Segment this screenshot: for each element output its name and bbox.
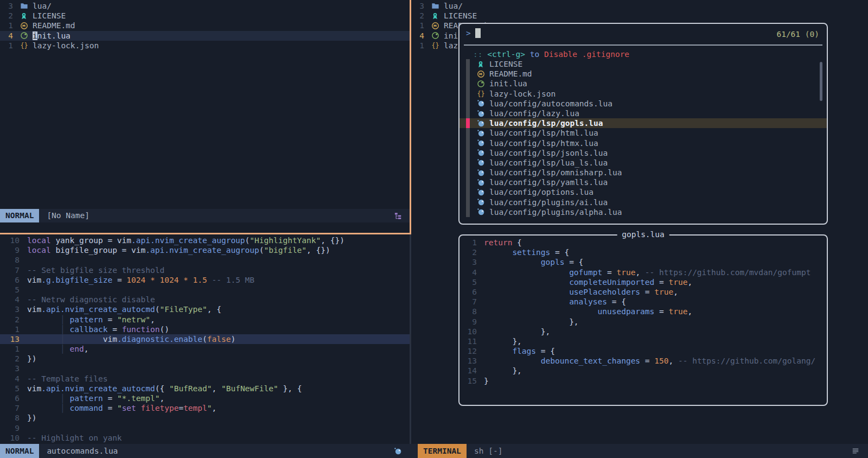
code-line: 2}) <box>0 354 410 364</box>
file-path: lua/config/lazy.lua <box>489 109 579 118</box>
license-file-icon <box>431 12 440 20</box>
fzf-result-item[interactable]: lua/config/lsp/omnisharp.lua <box>459 168 827 177</box>
fzf-gutter <box>466 207 470 217</box>
line-number: 9 <box>3 423 20 433</box>
line-number: 4 <box>465 268 477 277</box>
line-number: 8 <box>465 307 477 316</box>
luainit-file-icon <box>20 31 29 40</box>
fzf-result-item[interactable]: {}lazy-lock.json <box>459 89 827 99</box>
selection-pointer <box>466 118 470 128</box>
fzf-result-item[interactable]: lua/config/lazy.lua <box>459 109 827 118</box>
preview-code-line: 3 gopls = { <box>459 257 827 267</box>
line-number: 13 <box>3 334 20 344</box>
file-path: lua/config/lsp/jsonls.lua <box>489 148 608 158</box>
fzf-gutter <box>466 59 470 69</box>
line-number: 11 <box>465 336 477 346</box>
preview-float: gopls.lua 1return {2 settings = {3 gopls… <box>458 234 828 406</box>
code-line: 6 │ pattern = "*.templ", <box>0 393 410 403</box>
code-line: 10local yank_group = vim.api.nvim_create… <box>0 236 410 245</box>
license-file-icon <box>20 12 29 20</box>
buffer-name: [No Name] <box>47 211 90 220</box>
fzf-gutter <box>466 187 470 197</box>
line-number: 7 <box>3 403 20 413</box>
fzf-gutter <box>466 128 470 138</box>
line-number: 3 <box>3 304 20 314</box>
fzf-gutter <box>466 148 470 158</box>
line-number: 5 <box>3 384 20 393</box>
line-number: 2 <box>3 11 13 21</box>
line-number: 7 <box>465 297 477 307</box>
fzf-result-item[interactable]: lua/config/lsp/html.lua <box>459 128 827 138</box>
fzf-result-item[interactable]: lua/config/lsp/lua_ls.lua <box>459 158 827 168</box>
fzf-gutter <box>466 198 470 207</box>
line-number: 6 <box>3 275 20 285</box>
prompt-char: > <box>466 28 471 38</box>
lua-file-icon <box>477 169 486 177</box>
fzf-gutter <box>466 89 470 99</box>
line-number: 13 <box>465 356 477 366</box>
statusline-top-left: NORMAL [No Name] <box>0 209 411 222</box>
svg-text:{}: {} <box>431 42 439 49</box>
folder-file-icon <box>20 2 29 10</box>
lua-filetype-icon <box>394 447 402 455</box>
luainit-file-icon <box>477 80 486 88</box>
fzf-result-item[interactable]: lua/config/lsp/gopls.lua <box>459 118 827 128</box>
file-tree-item[interactable]: 2LICENSE <box>411 11 868 21</box>
line-number: 4 <box>3 31 13 41</box>
preview-code-line: 7 analyses = { <box>459 297 827 307</box>
fzf-gutter <box>466 69 470 79</box>
file-tree-item[interactable]: 1README.md <box>0 21 411 30</box>
file-path: init.lua <box>489 79 527 88</box>
fzf-result-item[interactable]: lua/config/autocomands.lua <box>459 99 827 109</box>
fzf-result-item[interactable]: lua/config/plugins/alpha.lua <box>459 207 827 217</box>
fzf-gutter <box>466 79 470 88</box>
preview-code-line: 4 gofumpt = true, -- https://github.com/… <box>459 268 827 277</box>
terminal-mode-indicator: TERMINAL <box>418 444 467 458</box>
file-tree-item[interactable]: 3lua/ <box>0 1 411 11</box>
fzf-result-item[interactable]: lua/config/lsp/htmx.lua <box>459 138 827 148</box>
fzf-result-item[interactable]: README.md <box>459 69 827 79</box>
fzf-result-item[interactable]: lua/config/lsp/jsonls.lua <box>459 148 827 158</box>
line-number: 1 <box>414 41 424 50</box>
file-tree-item[interactable]: 3lua/ <box>411 1 868 11</box>
line-number: 12 <box>465 346 477 356</box>
fzf-keybind-hint: :: <ctrl-g> to Disable .gitignore <box>473 49 629 59</box>
fzf-picker-float: > 61/61 (0) :: <ctrl-g> to Disable .giti… <box>458 23 828 225</box>
preview-code: 1return {2 settings = {3 gopls = {4 gofu… <box>459 238 827 386</box>
file-name: LICENSE <box>33 11 66 21</box>
fzf-result-item[interactable]: lua/config/options.lua <box>459 187 827 197</box>
line-number: 3 <box>3 1 13 11</box>
mode-indicator: NORMAL <box>0 209 39 222</box>
line-number: 1 <box>3 41 13 50</box>
list-lines-icon <box>852 447 859 455</box>
fzf-result-item[interactable]: lua/config/plugins/ai.lua <box>459 198 827 207</box>
file-tree-item[interactable]: 1{}lazy-lock.json <box>0 41 411 50</box>
file-path: lua/config/lsp/html.lua <box>489 128 598 138</box>
line-number: 4 <box>3 374 20 384</box>
fzf-result-item[interactable]: init.lua <box>459 79 827 88</box>
line-number: 1 <box>465 238 477 247</box>
fzf-scrollbar[interactable] <box>820 62 822 101</box>
fzf-result-item[interactable]: lua/config/lsp/yamlls.lua <box>459 177 827 187</box>
line-number: 4 <box>414 31 424 41</box>
code-line: 3vim.api.nvim_create_autocmd("FileType",… <box>0 304 410 314</box>
fzf-prompt[interactable]: > <box>466 28 481 38</box>
buffer-name: autocomands.lua <box>47 446 118 456</box>
fzf-gutter <box>466 177 470 187</box>
readme-file-icon <box>431 22 440 30</box>
lua-file-icon <box>477 149 486 157</box>
line-number: 9 <box>465 317 477 327</box>
fzf-gutter <box>466 99 470 109</box>
file-tree-item[interactable]: 2LICENSE <box>0 11 411 21</box>
svg-text:{}: {} <box>20 42 28 49</box>
line-number: 9 <box>3 245 20 255</box>
code-line: 5vim.api.nvim_create_autocmd({ "BufRead"… <box>0 384 410 393</box>
line-number: 1 <box>3 325 20 334</box>
line-number: 3 <box>414 1 424 11</box>
fzf-match-counter: 61/61 (0) <box>776 29 819 39</box>
file-name: README.md <box>33 21 75 30</box>
fzf-result-item[interactable]: LICENSE <box>459 59 827 69</box>
file-path: lua/config/plugins/alpha.lua <box>489 207 622 217</box>
lua-file-icon <box>477 139 486 147</box>
file-tree-item[interactable]: 4init.lua <box>0 31 411 41</box>
